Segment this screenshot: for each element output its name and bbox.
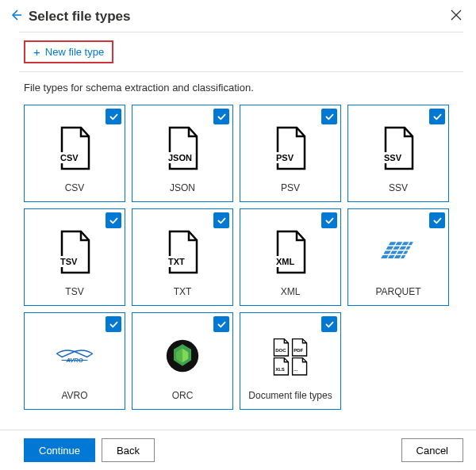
file-type-tile[interactable]: XML XML <box>240 208 341 306</box>
checkmark-icon[interactable] <box>106 109 121 124</box>
doc-icon: XML <box>271 230 309 274</box>
back-button[interactable]: Back <box>102 438 155 462</box>
file-type-tile[interactable]: JSON JSON <box>132 105 233 202</box>
page-title: Select file types <box>29 9 446 25</box>
checkmark-icon[interactable] <box>106 212 121 228</box>
tile-label: JSON <box>170 182 195 193</box>
tile-label: PSV <box>281 182 300 193</box>
checkmark-icon[interactable] <box>106 316 121 332</box>
svg-text:JSON: JSON <box>168 153 192 162</box>
doc-icon: SSV <box>379 126 417 170</box>
doc-icon: CSV <box>56 126 94 170</box>
tile-label: Document file types <box>248 390 332 401</box>
checkmark-icon[interactable] <box>213 109 229 124</box>
tile-label: TXT <box>174 286 192 297</box>
parquet-icon <box>379 230 417 274</box>
checkmark-icon[interactable] <box>321 316 337 332</box>
plus-icon: + <box>33 46 40 58</box>
checkmark-icon[interactable] <box>321 212 337 228</box>
file-type-tile[interactable]: TXT TXT <box>132 208 233 306</box>
new-file-type-button[interactable]: + New file type <box>24 40 113 63</box>
file-type-tile[interactable]: ORC <box>132 312 233 410</box>
file-type-tile[interactable]: AVRO AVRO <box>24 312 125 410</box>
footer: Continue Back Cancel <box>0 430 476 470</box>
checkmark-icon[interactable] <box>429 212 445 228</box>
continue-button[interactable]: Continue <box>24 438 95 462</box>
svg-text:SSV: SSV <box>384 153 402 162</box>
tile-label: TSV <box>65 286 83 297</box>
avro-icon: AVRO <box>56 334 94 378</box>
cancel-button[interactable]: Cancel <box>401 438 463 462</box>
svg-text:...: ... <box>294 366 298 371</box>
file-type-grid: CSV CSV JSON JSON PSV PSV SSV SSV TSV TS… <box>24 105 476 410</box>
divider <box>19 71 463 72</box>
close-icon[interactable] <box>446 8 466 25</box>
tile-label: PARQUET <box>375 286 420 297</box>
svg-text:XML: XML <box>276 257 295 266</box>
tile-label: AVRO <box>61 390 87 401</box>
tile-label: ORC <box>172 390 194 401</box>
divider <box>19 32 463 32</box>
doc-icon: JSON <box>163 126 202 170</box>
svg-text:XLS: XLS <box>275 366 285 371</box>
svg-text:PSV: PSV <box>276 153 294 162</box>
doc-icon: TSV <box>56 230 94 274</box>
file-type-tile[interactable]: CSV CSV <box>24 105 125 202</box>
tile-label: XML <box>281 286 301 297</box>
doc-icon: PSV <box>271 126 309 170</box>
orc-icon <box>163 334 202 378</box>
file-type-tile[interactable]: TSV TSV <box>24 208 125 306</box>
svg-text:TXT: TXT <box>168 257 185 266</box>
doc-icon: TXT <box>163 230 202 274</box>
checkmark-icon[interactable] <box>213 212 229 228</box>
svg-text:CSV: CSV <box>60 153 79 162</box>
checkmark-icon[interactable] <box>321 109 337 124</box>
svg-text:PDF: PDF <box>294 347 303 352</box>
description-text: File types for schema extraction and cla… <box>24 82 476 94</box>
tile-label: SSV <box>389 182 408 193</box>
checkmark-icon[interactable] <box>213 316 229 332</box>
file-type-tile[interactable]: DOC PDF XLS ... Document file types <box>240 312 341 410</box>
docgroup-icon: DOC PDF XLS ... <box>271 334 309 378</box>
file-type-tile[interactable]: SSV SSV <box>347 105 449 202</box>
new-file-type-label: New file type <box>45 46 104 58</box>
file-type-tile[interactable]: PSV PSV <box>240 105 341 202</box>
file-type-tile[interactable]: PARQUET <box>347 208 449 306</box>
back-arrow-icon[interactable] <box>10 9 22 25</box>
svg-text:DOC: DOC <box>275 347 286 352</box>
svg-text:TSV: TSV <box>60 257 78 266</box>
checkmark-icon[interactable] <box>429 109 445 124</box>
tile-label: CSV <box>65 182 85 193</box>
